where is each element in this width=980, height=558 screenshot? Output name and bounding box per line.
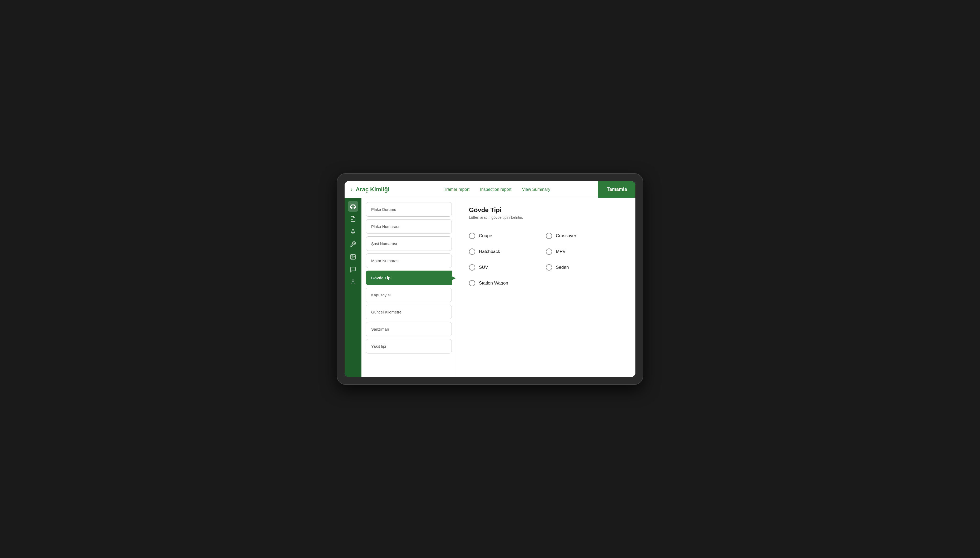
right-panel: Gövde Tipi Lütfen aracın gövde tipini be… <box>456 198 636 377</box>
option-hatchback[interactable]: Hatchback <box>469 244 546 259</box>
svg-point-5 <box>352 256 352 256</box>
header: › Araç Kimliği Tramer report Inspection … <box>344 181 636 198</box>
label-crossover: Crossover <box>556 233 576 238</box>
label-suv: SUV <box>479 265 488 270</box>
back-arrow[interactable]: › <box>351 187 352 192</box>
sidebar-icon-user[interactable] <box>348 277 358 287</box>
form-item-yakit-tipi[interactable]: Yakıt tipi <box>366 339 452 353</box>
tablet-frame: › Araç Kimliği Tramer report Inspection … <box>337 174 643 384</box>
header-left: › Araç Kimliği <box>344 181 396 198</box>
section-subtitle: Lütfen aracın gövde tipini belirtin. <box>469 215 623 220</box>
form-item-sanziman[interactable]: Şanzıman <box>366 322 452 336</box>
section-title: Gövde Tipi <box>469 206 623 214</box>
radio-crossover[interactable] <box>546 233 552 239</box>
label-station-wagon: Station Wagon <box>479 281 508 286</box>
sidebar-icon-image[interactable] <box>348 252 358 262</box>
label-hatchback: Hatchback <box>479 249 500 254</box>
option-station-wagon[interactable]: Station Wagon <box>469 275 546 291</box>
option-sedan[interactable]: Sedan <box>546 259 623 275</box>
sidebar-icon-document[interactable] <box>348 214 358 224</box>
option-suv[interactable]: SUV <box>469 259 546 275</box>
form-item-motor-numarasi[interactable]: Motor Numarası <box>366 253 452 268</box>
left-panel: Plaka Durumu Plaka Numarası Şasi Numaras… <box>361 198 456 377</box>
view-summary-link[interactable]: View Summary <box>522 187 550 192</box>
svg-point-1 <box>351 207 352 208</box>
svg-point-6 <box>352 280 354 282</box>
form-item-plaka-durumu[interactable]: Plaka Durumu <box>366 202 452 217</box>
svg-point-3 <box>352 229 354 230</box>
form-item-guncel-kilometre[interactable]: Güncel Kilometre <box>366 305 452 319</box>
label-coupe: Coupe <box>479 233 492 238</box>
sidebar-icon-car[interactable] <box>348 201 358 212</box>
option-crossover[interactable]: Crossover <box>546 228 623 244</box>
radio-sedan[interactable] <box>546 264 552 271</box>
label-mpv: MPV <box>556 249 566 254</box>
radio-suv[interactable] <box>469 264 475 271</box>
header-nav: Tramer report Inspection report View Sum… <box>396 187 598 192</box>
svg-point-2 <box>354 207 355 208</box>
label-sedan: Sedan <box>556 265 569 270</box>
form-item-kapi-sayisi[interactable]: Kapı sayısı <box>366 288 452 302</box>
form-item-plaka-numarasi[interactable]: Plaka Numarası <box>366 219 452 234</box>
sidebar-icons <box>344 198 361 377</box>
sidebar-icon-chat[interactable] <box>348 264 358 275</box>
options-grid: Coupe Hatchback SUV Station Wagon <box>469 228 623 291</box>
page-title: Araç Kimliği <box>356 186 389 193</box>
sidebar-icon-person-car[interactable] <box>348 226 358 237</box>
tamamla-button[interactable]: Tamamla <box>598 181 636 198</box>
tablet-screen: › Araç Kimliği Tramer report Inspection … <box>344 181 636 377</box>
tramer-report-link[interactable]: Tramer report <box>444 187 469 192</box>
form-item-sasi-numarasi[interactable]: Şasi Numarası <box>366 236 452 251</box>
radio-coupe[interactable] <box>469 233 475 239</box>
radio-mpv[interactable] <box>546 248 552 255</box>
option-coupe[interactable]: Coupe <box>469 228 546 244</box>
radio-station-wagon[interactable] <box>469 280 475 286</box>
form-item-govde-tipi[interactable]: Gövde Tipi <box>366 271 452 285</box>
sidebar-icon-wrench[interactable] <box>348 239 358 249</box>
radio-hatchback[interactable] <box>469 248 475 255</box>
inspection-report-link[interactable]: Inspection report <box>480 187 511 192</box>
option-mpv[interactable]: MPV <box>546 244 623 259</box>
body: Plaka Durumu Plaka Numarası Şasi Numaras… <box>344 198 636 377</box>
